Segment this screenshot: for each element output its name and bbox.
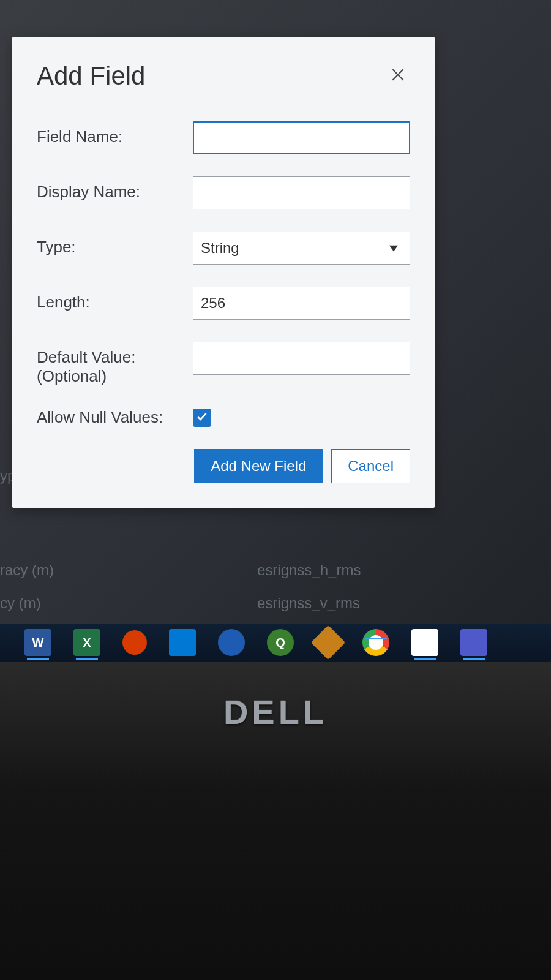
close-button[interactable] <box>386 64 410 88</box>
default-value-input[interactable] <box>193 342 410 375</box>
dialog-title: Add Field <box>37 61 145 91</box>
length-input[interactable] <box>193 287 410 320</box>
chrome-icon[interactable] <box>362 629 389 656</box>
snip-icon[interactable] <box>122 630 147 655</box>
field-name-label: Field Name: <box>37 121 193 146</box>
type-selected-value: String <box>201 239 239 257</box>
display-name-input[interactable] <box>193 176 410 209</box>
type-select[interactable]: String <box>193 232 410 265</box>
length-label: Length: <box>37 287 193 312</box>
checkmark-icon <box>196 410 208 425</box>
library-icon[interactable] <box>169 629 196 656</box>
cancel-button[interactable]: Cancel <box>331 449 410 483</box>
word-icon[interactable]: W <box>24 629 51 656</box>
bg-row-value: esrignss_v_rms <box>257 587 360 620</box>
default-value-label: Default Value: (Optional) <box>37 342 193 386</box>
display-name-label: Display Name: <box>37 176 193 202</box>
taskbar: WXQ <box>0 624 551 662</box>
bg-row-value: esrignss_h_rms <box>257 554 361 587</box>
file-icon[interactable] <box>411 629 438 656</box>
allow-null-checkbox[interactable] <box>193 409 211 427</box>
fme-icon[interactable] <box>311 625 346 660</box>
qgis-icon[interactable]: Q <box>267 629 294 656</box>
close-icon <box>390 67 406 85</box>
screen-background: ype racy (m) esrignss_h_rms cy (m) esrig… <box>0 0 551 662</box>
edge-icon[interactable] <box>218 629 245 656</box>
add-field-dialog: Add Field Field Name: Display Name: Type… <box>12 37 435 508</box>
bg-row-label: racy (m) <box>0 554 98 587</box>
bg-row-label: cy (m) <box>0 587 98 620</box>
excel-icon[interactable]: X <box>73 629 100 656</box>
add-new-field-button[interactable]: Add New Field <box>194 449 323 483</box>
allow-null-label: Allow Null Values: <box>37 408 193 427</box>
field-name-input[interactable] <box>193 121 410 154</box>
type-label: Type: <box>37 232 193 257</box>
teams-icon[interactable] <box>460 629 487 656</box>
monitor-brand: DELL <box>0 692 551 732</box>
